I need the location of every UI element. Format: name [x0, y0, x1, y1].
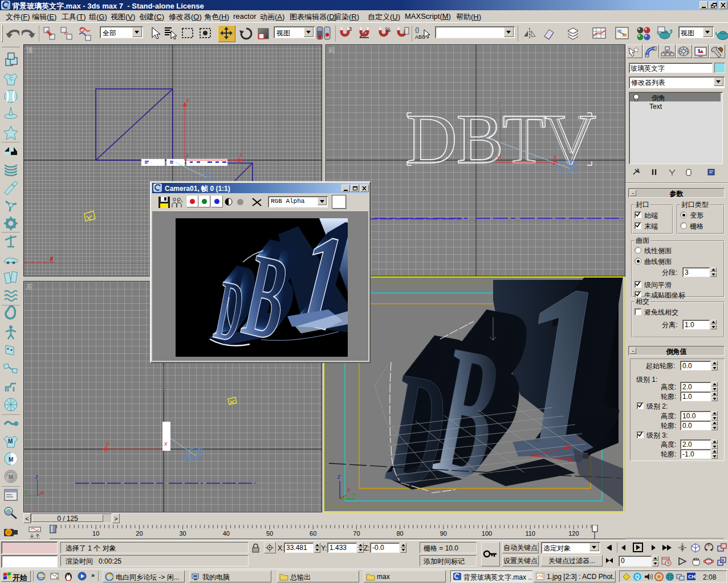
- svg-text:y: y: [352, 491, 356, 498]
- svg-text:CH: CH: [688, 574, 696, 580]
- svg-text:M: M: [8, 438, 13, 445]
- svg-text:90: 90: [440, 530, 447, 537]
- svg-text:30: 30: [179, 530, 186, 537]
- svg-text:%: %: [385, 27, 391, 33]
- svg-text:x: x: [553, 153, 557, 160]
- svg-text:x: x: [576, 435, 580, 442]
- svg-text:M: M: [9, 456, 13, 463]
- svg-text:y: y: [24, 488, 28, 495]
- svg-text:{}: {}: [415, 26, 420, 33]
- svg-text:110: 110: [525, 530, 535, 537]
- svg-text:Q: Q: [635, 574, 640, 580]
- svg-text:y: y: [186, 96, 190, 103]
- svg-text:C: C: [9, 76, 13, 81]
- svg-text:y: y: [105, 440, 110, 447]
- svg-text:x: x: [239, 151, 243, 158]
- svg-text:顶: 顶: [26, 46, 33, 54]
- svg-text:40: 40: [223, 530, 230, 537]
- svg-text:60: 60: [310, 530, 316, 537]
- svg-text:80: 80: [396, 530, 403, 537]
- svg-text:z: z: [35, 474, 38, 480]
- svg-text:z: z: [185, 152, 189, 158]
- svg-text:x: x: [40, 490, 44, 496]
- svg-text:M: M: [9, 474, 13, 480]
- svg-text:3: 3: [349, 26, 352, 32]
- svg-text:10: 10: [92, 530, 99, 537]
- svg-text:70: 70: [353, 530, 360, 537]
- svg-text:x: x: [164, 440, 168, 447]
- svg-text:左: 左: [26, 283, 33, 291]
- svg-text:DBTV: DBTV: [406, 100, 593, 178]
- svg-text:z: z: [337, 474, 340, 480]
- svg-text:x: x: [50, 255, 54, 262]
- svg-text:100: 100: [482, 530, 492, 537]
- svg-text:前: 前: [328, 46, 335, 54]
- svg-text:x: x: [347, 487, 351, 493]
- svg-text:20: 20: [136, 530, 143, 537]
- svg-text:50: 50: [266, 530, 273, 537]
- svg-text:120: 120: [568, 530, 579, 537]
